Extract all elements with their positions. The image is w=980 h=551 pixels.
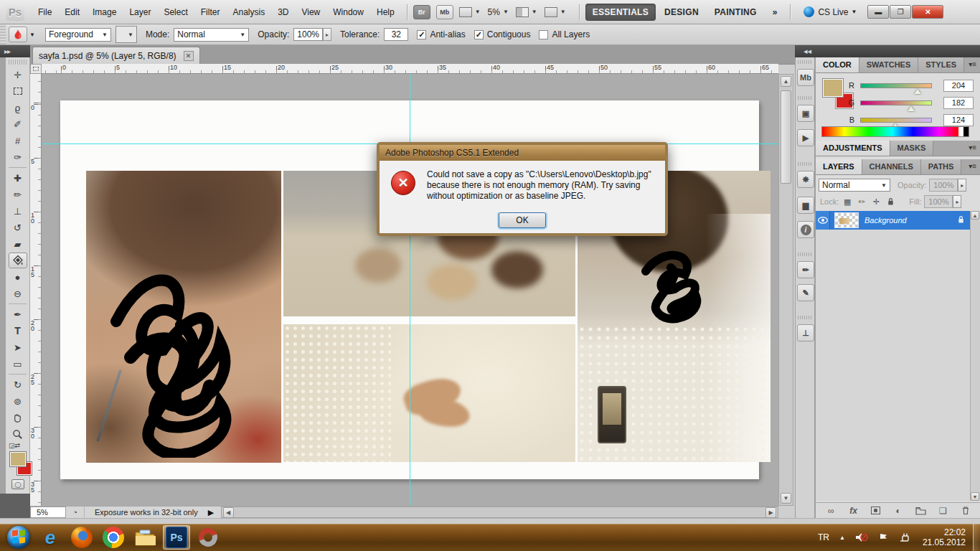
checkbox-contiguous[interactable]: ✓Contiguous [474, 29, 531, 39]
vertical-guide[interactable] [410, 74, 410, 506]
shape-tool[interactable]: ▭ [9, 356, 27, 372]
dodge-tool[interactable]: ⊖ [9, 286, 27, 301]
adjustments-tab-adjustments[interactable]: ADJUSTMENTS [816, 141, 890, 156]
options-grip[interactable] [0, 24, 6, 44]
workspace-overflow-button[interactable]: » [773, 7, 778, 17]
dialog-title-bar[interactable]: Adobe Photoshop CS5.1 Extended [380, 145, 665, 161]
taskbar-start-button[interactable] [5, 525, 32, 550]
channel-value-input[interactable]: 124 [943, 114, 974, 126]
panel-menu-icon[interactable]: ▾≡ [964, 159, 980, 174]
dock-group-grip[interactable] [798, 96, 812, 100]
workspace-design[interactable]: DESIGN [657, 4, 706, 21]
panel-foreground-swatch[interactable] [823, 79, 843, 97]
language-indicator[interactable]: TR [818, 532, 829, 542]
slider-thumb[interactable] [914, 89, 921, 94]
minimize-button[interactable]: ▬ [867, 5, 889, 19]
clock[interactable]: 22:02 21.05.2012 [923, 527, 966, 547]
color-spectrum-ramp[interactable] [821, 126, 969, 137]
layer-thumbnail[interactable] [834, 212, 859, 228]
color-tab-color[interactable]: COLOR [816, 57, 859, 72]
taskbar-photoshop-icon[interactable]: Ps [163, 525, 190, 550]
pen-tool[interactable]: ✒ [9, 306, 27, 322]
channel-value-input[interactable]: 204 [943, 80, 974, 92]
menu-3d[interactable]: 3D [271, 3, 295, 22]
hidden-icons-button[interactable]: ▲ [839, 534, 845, 541]
cs-live-dropdown[interactable]: CS Live ▼ [804, 6, 857, 17]
link-layers-icon[interactable]: ∞ [824, 505, 838, 517]
fill-source-select[interactable]: Foreground ▼ [45, 28, 111, 42]
close-tab-icon[interactable]: ✕ [184, 51, 194, 61]
layer-mask-icon[interactable] [869, 505, 883, 517]
scroll-up-icon[interactable]: ▲ [971, 211, 979, 220]
dock-group-grip[interactable] [798, 253, 812, 256]
canvas-viewport[interactable]: Adobe Photoshop CS5.1 Extended ✕ Could n… [42, 74, 778, 506]
status-zoom-input[interactable]: 5% [30, 507, 66, 518]
new-layer-icon[interactable]: ❏ [936, 505, 951, 517]
hand-tool[interactable] [9, 410, 27, 425]
channel-slider[interactable] [860, 100, 932, 105]
layer-name[interactable]: Background [864, 216, 907, 225]
restore-button[interactable]: ❐ [890, 5, 911, 19]
clone-source-panel-icon[interactable]: ⊥ [797, 324, 814, 342]
view-extras-dropdown[interactable]: ▼ [459, 7, 481, 17]
scroll-down-icon[interactable]: ▼ [781, 493, 791, 504]
adjustments-tab-masks[interactable]: MASKS [890, 141, 934, 156]
lock-position-icon[interactable]: ✛ [870, 196, 882, 207]
layer-visibility-toggle[interactable] [816, 211, 830, 230]
new-group-icon[interactable] [913, 505, 928, 517]
layers-tab-paths[interactable]: PATHS [921, 159, 962, 174]
channel-slider[interactable] [860, 118, 932, 123]
layer-list-scrollbar[interactable]: ▲ ▼ [970, 211, 980, 501]
layer-effects-icon[interactable]: fx [847, 505, 861, 517]
scroll-up-icon[interactable]: ▲ [781, 76, 791, 87]
delete-layer-icon[interactable] [958, 505, 973, 517]
opacity-input[interactable]: 100% [293, 28, 323, 41]
lock-transparent-pixels-icon[interactable]: ▦ [842, 196, 853, 207]
paint-bucket-tool[interactable] [9, 253, 27, 268]
layers-tab-layers[interactable]: LAYERS [816, 159, 862, 174]
swap-colors-icon[interactable]: ◲⇄ [9, 442, 20, 449]
move-tool[interactable]: ✛ [9, 67, 27, 83]
arrange-documents-dropdown[interactable]: ▼ [516, 7, 537, 17]
mode-select[interactable]: Normal ▼ [174, 28, 249, 42]
mini-bridge-panel-icon[interactable]: Mb [797, 69, 814, 86]
launch-minibridge-button[interactable]: Mb [436, 5, 453, 19]
history-brush-tool[interactable]: ↺ [9, 220, 27, 235]
3d-rotate-tool[interactable]: ↻ [9, 377, 27, 392]
taskbar-color-utility-icon[interactable] [194, 525, 222, 550]
3d-orbit-tool[interactable]: ⊚ [9, 393, 27, 409]
navigator-panel-icon[interactable]: ❋ [797, 171, 814, 188]
history-panel-icon[interactable]: ▣ [797, 105, 814, 122]
taskbar-chrome-icon[interactable] [100, 525, 127, 550]
menu-file[interactable]: File [32, 3, 58, 22]
quick-selection-tool[interactable]: ✐ [9, 116, 27, 132]
histogram-panel-icon[interactable]: ▆ [797, 197, 814, 214]
horizontal-ruler[interactable]: 05101520253035404550556065 [42, 64, 778, 74]
taskbar-windows-explorer-icon[interactable] [131, 525, 159, 550]
dock-group-grip[interactable] [798, 316, 812, 319]
marquee-tool[interactable] [9, 83, 27, 99]
scroll-down-icon[interactable]: ▼ [971, 492, 979, 501]
lasso-tool[interactable]: ϱ [9, 100, 27, 116]
slider-thumb[interactable] [908, 106, 915, 111]
vertical-ruler[interactable]: 05101520253035 [30, 74, 42, 506]
status-menu-button[interactable]: ▶ [208, 507, 221, 518]
scroll-right-icon[interactable]: ▶ [765, 507, 776, 518]
paint-bucket-tool-icon[interactable]: 🩸 [9, 27, 27, 42]
info-panel-icon[interactable]: i [797, 221, 814, 238]
eraser-tool[interactable]: ▰ [9, 236, 27, 252]
color-tab-swatches[interactable]: SWATCHES [859, 57, 919, 72]
adjustment-layer-icon[interactable]: ◐ [891, 505, 905, 517]
panel-menu-icon[interactable]: ▾≡ [964, 141, 980, 156]
actions-panel-icon[interactable]: ▶ [797, 129, 814, 146]
action-center-flag-icon[interactable] [878, 532, 889, 543]
document-tab[interactable]: sayfa 1.psd @ 5% (Layer 5, RGB/8) ✕ [32, 47, 200, 65]
layer-opacity-spinner[interactable]: ▸ [958, 179, 966, 192]
menu-window[interactable]: Window [326, 3, 370, 22]
taskbar-firefox-icon[interactable] [68, 525, 95, 550]
checkbox-anti-alias[interactable]: ✓Anti-alias [417, 29, 465, 39]
channel-value-input[interactable]: 182 [943, 97, 974, 109]
crop-tool[interactable]: # [9, 133, 27, 149]
menu-view[interactable]: View [295, 3, 326, 22]
menu-image[interactable]: Image [86, 3, 123, 22]
